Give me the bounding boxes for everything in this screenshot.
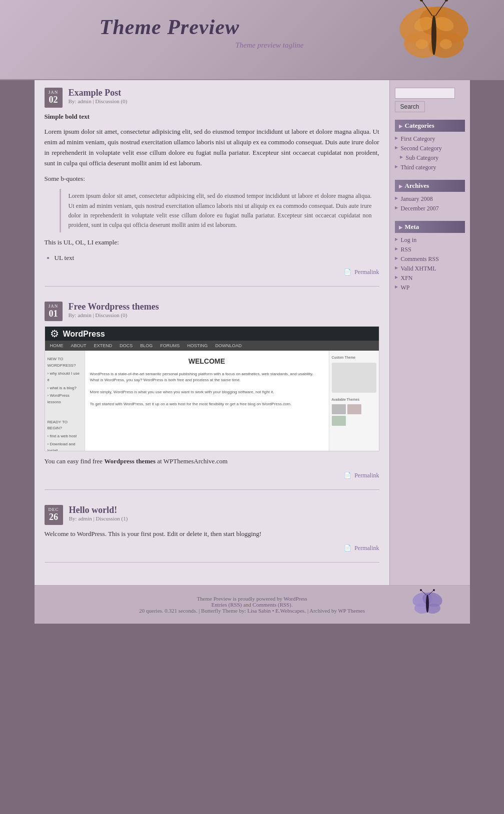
archive-dec-2007[interactable]: December 2007 <box>395 204 465 213</box>
wp-menu-new: NEW TO WORDPRESS? <box>48 356 82 369</box>
footer-line3: 20 queries. 0.321 seconds. | Butterfly T… <box>45 608 460 614</box>
svg-point-19 <box>420 589 422 591</box>
permalink-2[interactable]: 📄 Permalink <box>45 472 379 479</box>
wp-nav-hosting: HOSTING <box>187 342 208 349</box>
permalink-icon-1: 📄 <box>344 268 351 276</box>
svg-point-8 <box>431 15 436 55</box>
post-date-3: DEC 26 <box>45 505 63 525</box>
meta-title: Meta <box>395 221 465 233</box>
wp-available-themes: Available Themes <box>332 397 376 402</box>
wp-menu-host: › find a web host <box>48 433 82 440</box>
ul-item: UL text <box>55 253 379 263</box>
permalink-1[interactable]: 📄 Permalink <box>45 268 379 276</box>
post-meta-2: By: admin | Discussion (0) <box>69 312 159 318</box>
wp-menu-lessons: › WordPress lessons <box>48 393 82 406</box>
permalink-link-2[interactable]: Permalink <box>354 472 379 479</box>
wp-logo-icon: ⚙ <box>50 326 59 342</box>
meta-rss[interactable]: RSS <box>395 245 465 254</box>
wordpress-screenshot: ⚙ WordPress HOME ABOUT EXTEND DOCS BLOG … <box>45 326 379 451</box>
category-item-first[interactable]: First Category <box>395 134 465 144</box>
svg-point-7 <box>440 39 452 49</box>
wp-welcome-text: WELCOME <box>90 356 324 367</box>
post-blockquote: Lorem ipsum dolor sit amet, consectetur … <box>60 189 379 232</box>
post-hello: DEC 26 Hello world! By: admin | Discussi… <box>45 505 379 562</box>
post-meta-3: By: admin | Discussion (1) <box>69 515 128 521</box>
categories-list: First Category Second Category Sub Categ… <box>395 134 465 172</box>
wp-desc-text: WordPress is a state-of-the-art semantic… <box>90 371 324 407</box>
post-date-2: JAN 01 <box>45 302 63 322</box>
ul-ol-list: UL text <box>45 253 379 263</box>
wp-custom-theme: Custom Theme <box>332 355 376 360</box>
list-label: This is UL, OL, LI example: <box>45 237 379 248</box>
wp-brand-text: WordPress <box>63 328 105 341</box>
footer: Theme Preview is proudly powered by Word… <box>35 585 470 624</box>
footer-line2: Entries (RSS) and Comments (RSS). <box>45 602 460 608</box>
footer-ewebscapes-link[interactable]: E.Webscapes <box>275 608 304 614</box>
footer-lisa-link[interactable]: Lisa Sabin <box>247 608 271 614</box>
post-title-1[interactable]: Example Post <box>69 88 128 98</box>
svg-point-6 <box>416 39 428 49</box>
wp-menu-blog: › what is a blog? <box>48 385 82 392</box>
wp-nav-forums: FORUMS <box>160 342 180 349</box>
meta-wp[interactable]: WP <box>395 283 465 293</box>
post-date-1: JAN 02 <box>45 88 63 108</box>
post-wordpress: JAN 01 Free Wordpress themes By: admin |… <box>45 302 379 490</box>
category-item-sub[interactable]: Sub Category <box>395 153 465 163</box>
meta-login[interactable]: Log in <box>395 235 465 245</box>
permalink-icon-3: 📄 <box>344 545 351 552</box>
search-widget: Search <box>395 88 465 112</box>
archive-jan-2008[interactable]: January 2008 <box>395 194 465 204</box>
wp-nav-docs: DOCS <box>120 342 133 349</box>
meta-comments-rss[interactable]: Comments RSS <box>395 254 465 264</box>
wp-nav-about: ABOUT <box>71 342 87 349</box>
search-input[interactable] <box>395 88 455 99</box>
wp-menu-install: › Download and Install <box>48 441 82 451</box>
post-body-text-2: You can easy find free Wordpress themes … <box>45 456 379 467</box>
footer-wp-link[interactable]: WordPress <box>283 596 307 602</box>
post-title-2[interactable]: Free Wordpress themes <box>69 302 159 312</box>
footer-line1: Theme Preview is proudly powered by Word… <box>45 596 460 602</box>
footer-wpthemes-link[interactable]: WP Themes <box>338 608 364 614</box>
meta-widget: Meta Log in RSS Comments RSS Valid XHTML… <box>395 221 465 293</box>
wp-nav-home: HOME <box>50 342 64 349</box>
butterfly-decoration-bottom <box>410 589 445 619</box>
category-item-second[interactable]: Second Category <box>395 144 465 153</box>
category-item-third[interactable]: Third category <box>395 163 465 172</box>
post-title-3[interactable]: Hello world! <box>69 505 128 515</box>
wp-nav-blog: BLOG <box>140 342 153 349</box>
meta-valid-xhtml[interactable]: Valid XHTML <box>395 264 465 274</box>
permalink-link-3[interactable]: Permalink <box>354 545 379 552</box>
svg-point-21 <box>433 589 435 591</box>
footer-comments-rss[interactable]: Comments (RSS) <box>253 602 291 608</box>
post-meta-1: By: admin | Discussion (0) <box>69 98 128 104</box>
categories-title: Categories <box>395 120 465 132</box>
butterfly-decoration-top <box>394 0 474 80</box>
permalink-icon-2: 📄 <box>344 472 351 479</box>
permalink-link-1[interactable]: Permalink <box>354 268 379 276</box>
meta-xfn[interactable]: XFN <box>395 274 465 283</box>
bquote-label: Some b-quotes: <box>45 174 379 184</box>
wp-menu-ready: READY TO BEGIN? <box>48 419 82 432</box>
post-body-text-1: Lorem ipsum dolor sit amet, consectetur … <box>45 127 379 168</box>
sidebar: Search Categories First Category Second … <box>390 80 470 585</box>
wp-nav-extend: EXTEND <box>94 342 113 349</box>
main-content: JAN 02 Example Post By: admin | Discussi… <box>35 80 390 585</box>
svg-point-17 <box>426 595 429 613</box>
archives-list: January 2008 December 2007 <box>395 194 465 213</box>
footer-entries-rss[interactable]: Entries (RSS) <box>211 602 242 608</box>
post-example: JAN 02 Example Post By: admin | Discussi… <box>45 88 379 287</box>
permalink-3[interactable]: 📄 Permalink <box>45 545 379 552</box>
post-body-text-3: Welcome to WordPress. This is your first… <box>45 529 379 539</box>
meta-list: Log in RSS Comments RSS Valid XHTML XFN … <box>395 235 465 293</box>
search-button[interactable]: Search <box>395 101 425 112</box>
wp-nav-download: DOWNLOAD <box>215 342 242 349</box>
wp-menu-why: › why should I use it <box>48 371 82 384</box>
archives-title: Archives <box>395 180 465 192</box>
archives-widget: Archives January 2008 December 2007 <box>395 180 465 213</box>
categories-widget: Categories First Category Second Categor… <box>395 120 465 172</box>
post-bold-text: Simple bold text <box>45 112 379 122</box>
